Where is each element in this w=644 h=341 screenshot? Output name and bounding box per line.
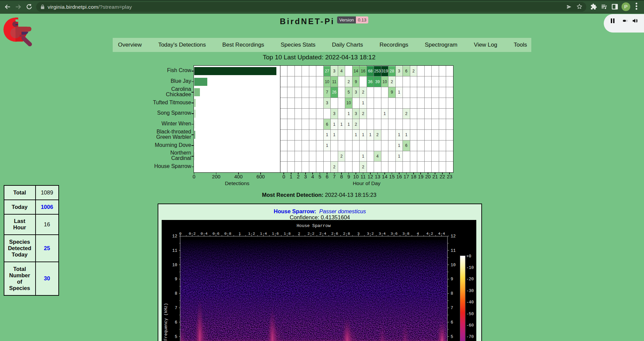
svg-text:7: 7 [451,306,453,310]
svg-text:-20: -20 [466,277,474,282]
svg-text:8: 8 [175,291,177,296]
svg-text:5: 5 [175,335,177,339]
svg-text:-70: -70 [466,335,474,339]
svg-text:9: 9 [451,277,453,282]
svg-text:-60: -60 [466,323,474,328]
svg-text:11: 11 [172,248,177,253]
svg-text:-30: -30 [466,289,474,293]
svg-text:6: 6 [175,320,177,325]
svg-text:6: 6 [451,320,453,325]
svg-text:7: 7 [175,306,177,310]
svg-text:12: 12 [172,234,177,239]
svg-text:5: 5 [451,335,453,339]
svg-text:Frequency (kHz): Frequency (kHz) [164,303,168,341]
svg-text:9: 9 [175,277,177,282]
svg-text:11: 11 [451,248,456,253]
svg-text:12: 12 [451,234,456,239]
svg-text:10: 10 [451,263,456,268]
svg-text:10: 10 [172,263,177,268]
svg-text:8: 8 [451,291,453,296]
svg-text:+0: +0 [466,254,471,259]
svg-text:House Sparrow: House Sparrow [297,223,331,228]
svg-text:-50: -50 [466,311,474,316]
svg-text:-40: -40 [466,300,474,305]
svg-text:-10: -10 [466,266,474,270]
